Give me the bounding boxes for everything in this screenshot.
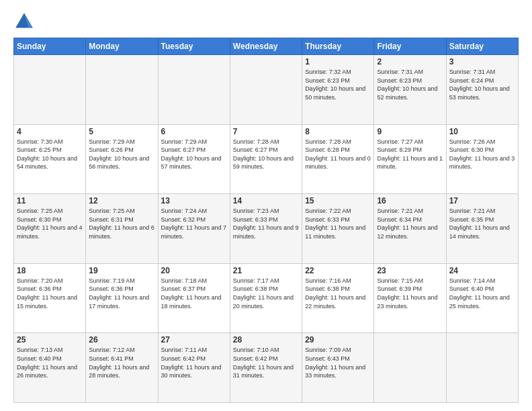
calendar-cell: 5Sunrise: 7:29 AM Sunset: 6:26 PM Daylig… (86, 124, 158, 194)
day-number: 7 (233, 127, 299, 136)
day-number: 10 (449, 127, 515, 136)
day-info: Sunrise: 7:20 AM Sunset: 6:36 PM Dayligh… (17, 277, 83, 310)
calendar-cell: 2Sunrise: 7:31 AM Sunset: 6:23 PM Daylig… (374, 55, 446, 125)
day-info: Sunrise: 7:12 AM Sunset: 6:41 PM Dayligh… (89, 346, 154, 379)
calendar-cell: 11Sunrise: 7:25 AM Sunset: 6:30 PM Dayli… (14, 194, 86, 264)
calendar-week-2: 4Sunrise: 7:30 AM Sunset: 6:25 PM Daylig… (14, 124, 519, 194)
day-info: Sunrise: 7:13 AM Sunset: 6:40 PM Dayligh… (17, 346, 83, 379)
calendar-cell: 3Sunrise: 7:31 AM Sunset: 6:24 PM Daylig… (446, 55, 518, 125)
day-number: 14 (233, 196, 299, 205)
day-number: 4 (17, 127, 83, 136)
calendar-header-tuesday: Tuesday (158, 38, 230, 55)
calendar-week-4: 18Sunrise: 7:20 AM Sunset: 6:36 PM Dayli… (14, 263, 519, 333)
calendar-cell (86, 55, 158, 125)
calendar-cell: 14Sunrise: 7:23 AM Sunset: 6:33 PM Dayli… (230, 194, 302, 264)
day-number: 6 (161, 127, 227, 136)
day-number: 13 (161, 196, 227, 205)
day-number: 25 (17, 335, 83, 345)
calendar-cell: 9Sunrise: 7:27 AM Sunset: 6:29 PM Daylig… (374, 124, 446, 194)
day-number: 11 (17, 196, 83, 205)
calendar-cell: 18Sunrise: 7:20 AM Sunset: 6:36 PM Dayli… (14, 263, 86, 333)
calendar-cell: 6Sunrise: 7:29 AM Sunset: 6:27 PM Daylig… (158, 124, 230, 194)
calendar-week-3: 11Sunrise: 7:25 AM Sunset: 6:30 PM Dayli… (14, 194, 519, 264)
calendar-week-1: 1Sunrise: 7:32 AM Sunset: 6:23 PM Daylig… (14, 55, 519, 125)
day-info: Sunrise: 7:26 AM Sunset: 6:30 PM Dayligh… (449, 138, 515, 171)
day-info: Sunrise: 7:29 AM Sunset: 6:27 PM Dayligh… (161, 138, 227, 171)
day-info: Sunrise: 7:16 AM Sunset: 6:38 PM Dayligh… (305, 277, 371, 310)
day-number: 23 (377, 266, 443, 275)
calendar-cell: 15Sunrise: 7:22 AM Sunset: 6:33 PM Dayli… (302, 194, 374, 264)
calendar-cell: 20Sunrise: 7:18 AM Sunset: 6:37 PM Dayli… (158, 263, 230, 333)
calendar-header-friday: Friday (374, 38, 446, 55)
calendar-header-monday: Monday (86, 38, 158, 55)
calendar-cell (446, 333, 518, 403)
day-info: Sunrise: 7:31 AM Sunset: 6:23 PM Dayligh… (377, 68, 443, 101)
day-number: 27 (161, 335, 227, 345)
calendar-cell (14, 55, 86, 125)
calendar-cell: 28Sunrise: 7:10 AM Sunset: 6:42 PM Dayli… (230, 333, 302, 403)
day-number: 28 (233, 335, 299, 345)
logo-icon (13, 11, 35, 32)
day-number: 15 (305, 196, 371, 205)
day-number: 5 (89, 127, 154, 136)
day-number: 9 (377, 127, 443, 136)
day-number: 2 (377, 57, 443, 66)
day-info: Sunrise: 7:28 AM Sunset: 6:27 PM Dayligh… (233, 138, 299, 171)
calendar-cell: 17Sunrise: 7:21 AM Sunset: 6:35 PM Dayli… (446, 194, 518, 264)
day-number: 3 (449, 57, 515, 66)
calendar-cell: 12Sunrise: 7:25 AM Sunset: 6:31 PM Dayli… (86, 194, 158, 264)
day-info: Sunrise: 7:29 AM Sunset: 6:26 PM Dayligh… (89, 138, 154, 171)
day-info: Sunrise: 7:24 AM Sunset: 6:32 PM Dayligh… (161, 207, 227, 240)
day-number: 12 (89, 196, 154, 205)
day-info: Sunrise: 7:09 AM Sunset: 6:43 PM Dayligh… (305, 346, 371, 379)
day-number: 21 (233, 266, 299, 275)
calendar-cell (158, 55, 230, 125)
day-info: Sunrise: 7:15 AM Sunset: 6:39 PM Dayligh… (377, 277, 443, 310)
day-info: Sunrise: 7:25 AM Sunset: 6:30 PM Dayligh… (17, 207, 83, 240)
day-number: 8 (305, 127, 371, 136)
day-number: 24 (449, 266, 515, 275)
day-info: Sunrise: 7:18 AM Sunset: 6:37 PM Dayligh… (161, 277, 227, 310)
day-info: Sunrise: 7:22 AM Sunset: 6:33 PM Dayligh… (305, 207, 371, 240)
calendar-week-5: 25Sunrise: 7:13 AM Sunset: 6:40 PM Dayli… (14, 333, 519, 403)
calendar-cell (230, 55, 302, 125)
day-info: Sunrise: 7:19 AM Sunset: 6:36 PM Dayligh… (89, 277, 154, 310)
calendar-cell: 19Sunrise: 7:19 AM Sunset: 6:36 PM Dayli… (86, 263, 158, 333)
day-number: 19 (89, 266, 154, 275)
calendar-cell (374, 333, 446, 403)
calendar-cell: 22Sunrise: 7:16 AM Sunset: 6:38 PM Dayli… (302, 263, 374, 333)
calendar-cell: 29Sunrise: 7:09 AM Sunset: 6:43 PM Dayli… (302, 333, 374, 403)
day-number: 16 (377, 196, 443, 205)
day-number: 18 (17, 266, 83, 275)
calendar-header-thursday: Thursday (302, 38, 374, 55)
day-number: 17 (449, 196, 515, 205)
day-info: Sunrise: 7:25 AM Sunset: 6:31 PM Dayligh… (89, 207, 154, 240)
day-info: Sunrise: 7:32 AM Sunset: 6:23 PM Dayligh… (305, 68, 371, 101)
calendar-cell: 23Sunrise: 7:15 AM Sunset: 6:39 PM Dayli… (374, 263, 446, 333)
calendar-cell: 27Sunrise: 7:11 AM Sunset: 6:42 PM Dayli… (158, 333, 230, 403)
logo (13, 11, 38, 32)
calendar-cell: 13Sunrise: 7:24 AM Sunset: 6:32 PM Dayli… (158, 194, 230, 264)
day-number: 22 (305, 266, 371, 275)
day-info: Sunrise: 7:27 AM Sunset: 6:29 PM Dayligh… (377, 138, 443, 171)
day-info: Sunrise: 7:23 AM Sunset: 6:33 PM Dayligh… (233, 207, 299, 240)
day-number: 29 (305, 335, 371, 345)
day-info: Sunrise: 7:10 AM Sunset: 6:42 PM Dayligh… (233, 346, 299, 379)
day-info: Sunrise: 7:28 AM Sunset: 6:28 PM Dayligh… (305, 138, 371, 171)
calendar-cell: 25Sunrise: 7:13 AM Sunset: 6:40 PM Dayli… (14, 333, 86, 403)
day-info: Sunrise: 7:21 AM Sunset: 6:35 PM Dayligh… (449, 207, 515, 240)
day-number: 20 (161, 266, 227, 275)
calendar-cell: 8Sunrise: 7:28 AM Sunset: 6:28 PM Daylig… (302, 124, 374, 194)
header (13, 11, 519, 32)
calendar-cell: 24Sunrise: 7:14 AM Sunset: 6:40 PM Dayli… (446, 263, 518, 333)
calendar-header-wednesday: Wednesday (230, 38, 302, 55)
day-info: Sunrise: 7:17 AM Sunset: 6:38 PM Dayligh… (233, 277, 299, 310)
calendar-header-row: SundayMondayTuesdayWednesdayThursdayFrid… (14, 38, 519, 55)
day-info: Sunrise: 7:14 AM Sunset: 6:40 PM Dayligh… (449, 277, 515, 310)
calendar-cell: 1Sunrise: 7:32 AM Sunset: 6:23 PM Daylig… (302, 55, 374, 125)
day-number: 1 (305, 57, 371, 66)
calendar-cell: 10Sunrise: 7:26 AM Sunset: 6:30 PM Dayli… (446, 124, 518, 194)
calendar-cell: 21Sunrise: 7:17 AM Sunset: 6:38 PM Dayli… (230, 263, 302, 333)
calendar-header-saturday: Saturday (446, 38, 518, 55)
calendar-header-sunday: Sunday (14, 38, 86, 55)
